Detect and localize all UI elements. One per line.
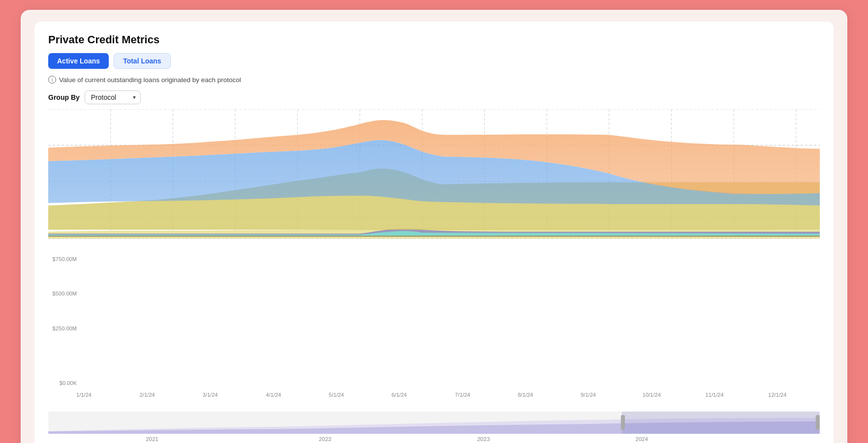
svg-text:4/1/24: 4/1/24 xyxy=(266,392,281,398)
main-chart: $750.00M $500.00M $250.00M $0.00K 1/1/24… xyxy=(48,109,820,404)
svg-text:3/1/24: 3/1/24 xyxy=(203,392,218,398)
main-chart-svg xyxy=(48,109,820,252)
group-by-row: Group By Protocol Asset Type Region xyxy=(48,90,820,104)
subtitle-row: i Value of current outstanding loans ori… xyxy=(48,76,820,84)
group-by-select[interactable]: Protocol Asset Type Region xyxy=(85,90,141,104)
svg-text:2023: 2023 xyxy=(477,436,490,442)
svg-rect-30 xyxy=(622,412,820,434)
outer-card: Private Credit Metrics Active Loans Tota… xyxy=(21,10,847,443)
svg-text:2021: 2021 xyxy=(146,436,158,442)
svg-text:12/1/24: 12/1/24 xyxy=(768,392,786,398)
svg-text:2024: 2024 xyxy=(635,436,648,442)
svg-text:6/1/24: 6/1/24 xyxy=(392,392,407,398)
button-group: Active Loans Total Loans xyxy=(48,53,820,69)
svg-text:11/1/24: 11/1/24 xyxy=(706,392,724,398)
active-loans-button[interactable]: Active Loans xyxy=(48,53,109,69)
main-card: Private Credit Metrics Active Loans Tota… xyxy=(34,22,834,443)
info-icon: i xyxy=(48,76,56,84)
svg-text:1/1/24: 1/1/24 xyxy=(76,392,92,398)
svg-text:10/1/24: 10/1/24 xyxy=(643,392,661,398)
page-title: Private Credit Metrics xyxy=(48,33,820,46)
minimap-svg: 2021 2022 2023 2024 xyxy=(48,409,820,443)
svg-text:8/1/24: 8/1/24 xyxy=(518,392,533,398)
minimap-section: 2021 2022 2023 2024 xyxy=(48,409,820,443)
svg-text:5/1/24: 5/1/24 xyxy=(329,392,344,398)
svg-text:2022: 2022 xyxy=(319,436,332,442)
group-by-select-wrapper[interactable]: Protocol Asset Type Region xyxy=(85,90,141,104)
total-loans-button[interactable]: Total Loans xyxy=(114,53,171,69)
y-label-0: $0.00K xyxy=(60,381,77,386)
subtitle-text: Value of current outstanding loans origi… xyxy=(59,76,241,84)
svg-text:2/1/24: 2/1/24 xyxy=(140,392,155,398)
y-label-750: $750.00M xyxy=(53,256,77,262)
chart-with-labels: $750.00M $500.00M $250.00M $0.00K 1/1/24… xyxy=(48,254,820,402)
svg-text:9/1/24: 9/1/24 xyxy=(581,392,596,398)
svg-text:7/1/24: 7/1/24 xyxy=(455,392,470,398)
svg-rect-31 xyxy=(621,415,625,430)
svg-rect-32 xyxy=(816,415,820,430)
group-by-label: Group By xyxy=(48,93,80,101)
y-label-250: $250.00M xyxy=(53,325,77,331)
y-label-500: $500.00M xyxy=(53,291,77,297)
